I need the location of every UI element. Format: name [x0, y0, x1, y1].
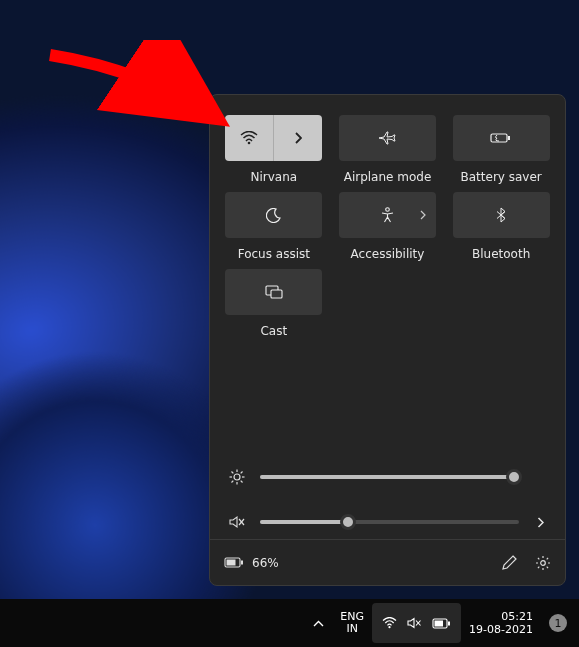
chevron-right-icon — [537, 517, 544, 528]
volume-slider-row — [228, 515, 547, 529]
battery-percent-text: 66% — [252, 556, 279, 570]
svg-rect-5 — [271, 290, 282, 298]
svg-point-6 — [234, 474, 240, 480]
svg-point-20 — [541, 560, 546, 565]
svg-point-0 — [248, 142, 251, 145]
wifi-label: Nirvana — [250, 170, 297, 184]
battery-status[interactable]: 66% — [224, 556, 279, 570]
svg-rect-26 — [435, 620, 444, 626]
pencil-icon — [502, 555, 517, 570]
svg-line-13 — [232, 481, 234, 483]
notification-center[interactable]: 1 — [541, 603, 571, 643]
battery-saver-tile-wrap: Battery saver — [451, 115, 551, 184]
clock[interactable]: 05:21 19-08-2021 — [461, 603, 541, 643]
quick-settings-tiles: Nirvana Airplane mode Battery saver Focu… — [210, 95, 565, 338]
chevron-right-icon — [294, 132, 302, 144]
airplane-tile-wrap: Airplane mode — [338, 115, 438, 184]
svg-rect-18 — [241, 561, 243, 565]
accessibility-label: Accessibility — [351, 247, 425, 261]
svg-point-3 — [386, 208, 390, 212]
cast-tile[interactable] — [225, 269, 322, 315]
svg-line-11 — [232, 472, 234, 474]
volume-expand[interactable] — [533, 517, 547, 528]
date-text: 19-08-2021 — [469, 623, 533, 636]
time-text: 05:21 — [501, 610, 533, 623]
moon-icon — [266, 208, 281, 223]
tray-overflow[interactable] — [305, 603, 332, 643]
airplane-icon — [378, 130, 396, 146]
wifi-toggle-half[interactable] — [225, 115, 274, 161]
svg-point-21 — [388, 626, 390, 628]
cast-icon — [265, 285, 283, 299]
lang-bottom: IN — [346, 623, 357, 635]
quick-settings-panel: Nirvana Airplane mode Battery saver Focu… — [209, 94, 566, 586]
chevron-right-icon — [420, 210, 426, 220]
svg-rect-25 — [448, 621, 450, 625]
wifi-icon — [240, 131, 258, 145]
chevron-up-icon — [313, 620, 324, 627]
brightness-slider[interactable] — [260, 475, 519, 479]
settings-button[interactable] — [535, 555, 551, 571]
battery-saver-tile[interactable] — [453, 115, 550, 161]
focus-tile[interactable] — [225, 192, 322, 238]
battery-icon — [432, 618, 451, 629]
edit-button[interactable] — [501, 555, 517, 571]
brightness-icon — [228, 469, 246, 485]
brightness-slider-row — [228, 469, 547, 485]
bluetooth-label: Bluetooth — [472, 247, 530, 261]
wifi-tile-wrap: Nirvana — [224, 115, 324, 184]
bluetooth-icon — [496, 207, 506, 223]
bluetooth-tile-wrap: Bluetooth — [451, 192, 551, 261]
volume-muted-icon[interactable] — [228, 515, 246, 529]
accessibility-tile-wrap: Accessibility — [338, 192, 438, 261]
wifi-icon — [382, 617, 397, 629]
svg-line-14 — [241, 472, 243, 474]
svg-rect-19 — [227, 560, 236, 566]
wifi-tile[interactable] — [225, 115, 322, 161]
wifi-expand-half[interactable] — [274, 115, 322, 161]
battery-icon — [224, 557, 244, 568]
battery-saver-icon — [490, 132, 512, 144]
notification-count: 1 — [549, 614, 567, 632]
system-tray: ENG IN 05:21 19-08-2021 1 — [305, 599, 571, 647]
volume-muted-icon — [407, 617, 422, 629]
gear-icon — [535, 555, 551, 571]
svg-line-12 — [241, 481, 243, 483]
focus-tile-wrap: Focus assist — [224, 192, 324, 261]
airplane-tile[interactable] — [339, 115, 436, 161]
accessibility-tile[interactable] — [339, 192, 436, 238]
focus-label: Focus assist — [238, 247, 310, 261]
panel-footer: 66% — [210, 539, 565, 585]
cast-tile-wrap: Cast — [224, 269, 324, 338]
battery-saver-label: Battery saver — [461, 170, 542, 184]
taskbar: ENG IN 05:21 19-08-2021 1 — [0, 599, 579, 647]
accessibility-icon — [380, 207, 395, 223]
svg-rect-2 — [508, 136, 510, 140]
bluetooth-tile[interactable] — [453, 192, 550, 238]
volume-slider[interactable] — [260, 520, 519, 524]
language-indicator[interactable]: ENG IN — [332, 603, 372, 643]
sliders-group — [210, 445, 565, 539]
airplane-label: Airplane mode — [344, 170, 432, 184]
cast-label: Cast — [260, 324, 287, 338]
tray-status-icons[interactable] — [372, 603, 461, 643]
